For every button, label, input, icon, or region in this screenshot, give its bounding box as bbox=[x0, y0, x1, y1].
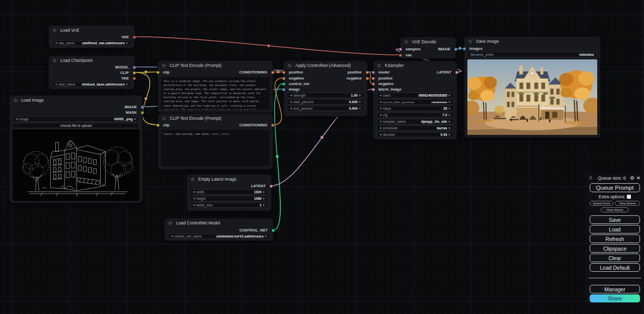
scheduler-widget[interactable]: ◀ scheduler karras ▶ bbox=[376, 125, 454, 131]
widget-decrement-icon[interactable]: ◀ bbox=[290, 101, 292, 104]
vae-output-port[interactable] bbox=[133, 36, 136, 39]
node-clip-text-encode-positive[interactable]: CLIP Text Encode (Prompt) clip CONDITION… bbox=[157, 60, 273, 113]
clipspace-button[interactable]: Clipspace bbox=[590, 244, 640, 253]
widget-decrement-icon[interactable]: ◀ bbox=[171, 235, 173, 238]
widget-decrement-icon[interactable]: ◀ bbox=[193, 191, 195, 194]
node-save-image[interactable]: Save Image images filename_prefix mistol… bbox=[464, 36, 601, 138]
vae-input-port[interactable] bbox=[399, 54, 402, 57]
negative-input-port[interactable] bbox=[372, 83, 375, 86]
share-button[interactable]: Share bbox=[590, 294, 640, 302]
prompt-text-field[interactable]: lowres, bad anatomy, bad hands, text, er… bbox=[161, 130, 270, 166]
image-input-port[interactable] bbox=[282, 88, 285, 91]
positive-output-port[interactable] bbox=[366, 71, 369, 74]
control-net-output-port[interactable] bbox=[272, 229, 275, 232]
refresh-button[interactable]: Refresh bbox=[590, 234, 640, 243]
vae-output-port[interactable] bbox=[133, 77, 136, 80]
node-ksampler[interactable]: KSampler model positive negative latent_… bbox=[373, 60, 457, 140]
widget-increment-icon[interactable]: ▶ bbox=[449, 114, 451, 117]
manager-button[interactable]: Manager bbox=[590, 285, 640, 293]
node-load-image[interactable]: Load Image IMAGE MASK ◀ image 00005_.png… bbox=[9, 95, 143, 203]
widget-increment-icon[interactable]: ▶ bbox=[359, 94, 361, 97]
widget-decrement-icon[interactable]: ◀ bbox=[379, 120, 381, 123]
negative-output-port[interactable] bbox=[366, 77, 369, 80]
close-icon[interactable]: ✕ bbox=[636, 175, 640, 181]
widget-decrement-icon[interactable]: ◀ bbox=[16, 118, 18, 121]
drag-handle-icon[interactable]: ⠿ bbox=[589, 176, 593, 181]
widget-decrement-icon[interactable]: ◀ bbox=[55, 42, 57, 45]
node-apply-controlnet[interactable]: Apply ControlNet (Advanced) positive neg… bbox=[283, 60, 368, 117]
extra-options-checkbox[interactable] bbox=[627, 195, 631, 199]
clear-button[interactable]: Clear bbox=[590, 254, 640, 262]
ckpt-name-widget[interactable]: ◀ ckpt_name mistosd_base.safetensors ▶ bbox=[52, 82, 131, 87]
node-clip-text-encode-negative[interactable]: CLIP Text Encode (Prompt) clip CONDITION… bbox=[157, 113, 273, 170]
end-percent-widget[interactable]: ◀ end_percent 0.900 ▶ bbox=[287, 106, 364, 111]
queue-front-button[interactable]: Queue Front bbox=[590, 201, 613, 206]
node-vae-decode[interactable]: VAE Decode samples vae IMAGE bbox=[400, 37, 456, 59]
negative-input-port[interactable] bbox=[282, 77, 285, 80]
widget-increment-icon[interactable]: ▶ bbox=[265, 235, 267, 238]
denoise-widget[interactable]: ◀ denoise 0.93 ▶ bbox=[376, 132, 454, 137]
seed-widget[interactable]: ◀ seed 699824630538365 ▶ bbox=[376, 93, 454, 98]
clip-input-port[interactable] bbox=[156, 71, 159, 74]
widget-increment-icon[interactable]: ▶ bbox=[449, 133, 451, 136]
widget-increment-icon[interactable]: ▶ bbox=[449, 101, 451, 104]
widget-increment-icon[interactable]: ▶ bbox=[263, 197, 265, 200]
conditioning-output-port[interactable] bbox=[271, 71, 274, 74]
strength-widget[interactable]: ◀ strength 1.00 ▶ bbox=[287, 93, 364, 98]
widget-decrement-icon[interactable]: ◀ bbox=[379, 94, 381, 97]
conditioning-output-port[interactable] bbox=[271, 124, 274, 127]
clip-input-port[interactable] bbox=[156, 124, 159, 127]
widget-decrement-icon[interactable]: ◀ bbox=[193, 197, 195, 200]
view-queue-button[interactable]: View Queue bbox=[615, 201, 640, 206]
widget-increment-icon[interactable]: ▶ bbox=[263, 191, 265, 194]
control-net-name-widget[interactable]: ◀ control_net_name sdxlmistoLineV2.safet… bbox=[168, 233, 270, 239]
model-input-port[interactable] bbox=[372, 71, 375, 74]
mask-output-port[interactable] bbox=[141, 111, 144, 114]
clip-output-port[interactable] bbox=[133, 71, 136, 74]
widget-increment-icon[interactable]: ▶ bbox=[449, 94, 451, 97]
comfyui-canvas[interactable]: Load VAE VAE ◀ vae_name sdxlfixed_vae.sa… bbox=[0, 0, 644, 314]
image-output-port[interactable] bbox=[141, 106, 144, 109]
start-percent-widget[interactable]: ◀ start_percent 0.000 ▶ bbox=[287, 99, 364, 105]
batch-size-widget[interactable]: ◀ batch_size 1 ▶ bbox=[190, 202, 268, 208]
sampler-name-widget[interactable]: ◀ sampler_name dpmpp_2m_sde ▶ bbox=[376, 119, 454, 124]
widget-decrement-icon[interactable]: ◀ bbox=[379, 114, 381, 117]
node-load-controlnet-model[interactable]: Load ControlNet Model CONTROL_NET ◀ cont… bbox=[164, 218, 274, 241]
cfg-widget[interactable]: ◀ cfg 7.0 ▶ bbox=[376, 112, 454, 118]
control-net-input-port[interactable] bbox=[282, 83, 285, 86]
load-button[interactable]: Load bbox=[590, 225, 640, 233]
widget-decrement-icon[interactable]: ◀ bbox=[55, 83, 57, 86]
widget-decrement-icon[interactable]: ◀ bbox=[193, 204, 195, 207]
load-default-button[interactable]: Load Default bbox=[590, 263, 640, 272]
widget-decrement-icon[interactable]: ◀ bbox=[379, 101, 381, 104]
widget-increment-icon[interactable]: ▶ bbox=[359, 107, 361, 110]
widget-increment-icon[interactable]: ▶ bbox=[449, 127, 451, 130]
widget-increment-icon[interactable]: ▶ bbox=[359, 101, 361, 104]
widget-increment-icon[interactable]: ▶ bbox=[449, 120, 451, 123]
image-output-port[interactable] bbox=[454, 48, 457, 51]
queue-prompt-button[interactable]: Queue Prompt bbox=[590, 183, 640, 192]
height-widget[interactable]: ◀ height 1080 ▶ bbox=[190, 196, 268, 201]
filename-prefix-widget[interactable]: filename_prefix mistoline bbox=[467, 52, 597, 57]
latent-output-port[interactable] bbox=[270, 185, 273, 188]
vae-name-widget[interactable]: ◀ vae_name sdxlfixed_vae.safetensors ▶ bbox=[52, 40, 131, 46]
widget-increment-icon[interactable]: ▶ bbox=[449, 107, 451, 110]
widget-decrement-icon[interactable]: ◀ bbox=[379, 127, 381, 130]
images-input-port[interactable] bbox=[463, 47, 466, 50]
positive-input-port[interactable] bbox=[282, 71, 285, 74]
latent-output-port[interactable] bbox=[455, 71, 458, 74]
model-output-port[interactable] bbox=[133, 66, 136, 69]
width-widget[interactable]: ◀ width 1920 ▶ bbox=[190, 189, 268, 195]
save-button[interactable]: Save bbox=[590, 215, 640, 224]
image-file-widget[interactable]: ◀ image 00005_.png ▶ bbox=[13, 116, 139, 122]
node-empty-latent-image[interactable]: Empty Latent Image LATENT ◀ width 1920 ▶… bbox=[186, 174, 272, 211]
widget-increment-icon[interactable]: ▶ bbox=[134, 118, 136, 121]
control-after-generate-widget[interactable]: ◀ control_after_generate randomize ▶ bbox=[376, 99, 454, 105]
widget-increment-icon[interactable]: ▶ bbox=[263, 204, 265, 207]
widget-decrement-icon[interactable]: ◀ bbox=[379, 107, 381, 110]
widget-decrement-icon[interactable]: ◀ bbox=[290, 107, 292, 110]
widget-increment-icon[interactable]: ▶ bbox=[126, 42, 128, 45]
positive-input-port[interactable] bbox=[372, 77, 375, 80]
samples-input-port[interactable] bbox=[399, 48, 402, 51]
node-load-vae[interactable]: Load VAE VAE ◀ vae_name sdxlfixed_vae.sa… bbox=[48, 25, 135, 48]
